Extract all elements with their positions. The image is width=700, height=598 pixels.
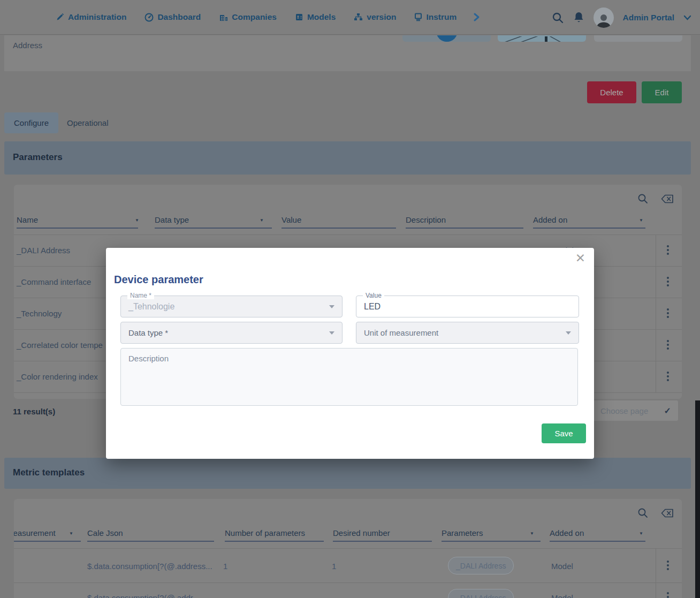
close-icon[interactable]: ✕ — [575, 252, 585, 264]
name-select-value: _Tehnologie — [128, 302, 174, 312]
building-icon — [219, 13, 228, 21]
device-image-thumbnail[interactable] — [594, 35, 682, 42]
column-header-added-on[interactable]: Added on — [533, 215, 567, 224]
column-header-label: Name — [17, 215, 38, 224]
column-header-name[interactable]: Name — [17, 215, 38, 224]
column-underline — [533, 228, 645, 229]
table-row-name: _Command interface — [17, 277, 91, 286]
table-cell-desired: 1 — [332, 562, 336, 571]
unit-of-measurement-select[interactable]: Unit of measurement — [356, 322, 579, 344]
column-divider — [656, 234, 656, 392]
nav-item-models[interactable]: Models — [295, 12, 336, 22]
column-header-unit-of-measurement[interactable]: measurement — [14, 528, 56, 538]
column-header-description[interactable]: Description — [406, 215, 446, 224]
table-row-name: _Correlated color tempe — [17, 340, 103, 350]
nav-item-dashboard[interactable]: Dashboard — [144, 12, 201, 22]
description-textarea[interactable]: Description — [120, 348, 578, 406]
kebab-menu-icon[interactable] — [667, 281, 669, 283]
chevron-right-icon[interactable] — [473, 12, 480, 22]
tab-configure[interactable]: Configure — [4, 112, 58, 133]
result-count: 11 result(s) — [13, 407, 55, 416]
kebab-menu-icon[interactable] — [667, 596, 669, 598]
row-divider — [14, 234, 682, 235]
column-header-label: measurement — [14, 528, 56, 538]
nav-item-administration[interactable]: Administration — [56, 12, 126, 22]
column-header-number-of-parameters[interactable]: Number of parameters — [225, 528, 305, 538]
kebab-menu-icon[interactable] — [667, 564, 669, 566]
table-row-name: _DALI Address — [17, 246, 70, 255]
column-underline — [225, 541, 324, 542]
caret-down-icon[interactable]: ▼ — [69, 531, 73, 536]
caret-down-icon[interactable]: ▼ — [639, 218, 643, 223]
nav-item-version[interactable]: version — [354, 12, 396, 22]
column-header-label: Desired number — [333, 528, 390, 538]
nav-label: Administration — [68, 12, 126, 22]
column-header-parameters[interactable]: Parameters — [442, 528, 483, 538]
metrics-table-card: measurement ▼ Cale Json Number of parame… — [14, 499, 682, 598]
kebab-menu-icon[interactable] — [667, 344, 669, 346]
column-underline — [14, 541, 81, 542]
search-icon[interactable] — [551, 11, 564, 24]
column-header-desired-number[interactable]: Desired number — [333, 528, 390, 538]
column-underline — [333, 541, 432, 542]
sitemap-icon — [354, 13, 363, 21]
bell-icon[interactable] — [573, 11, 584, 24]
data-type-select[interactable]: Data type * — [120, 322, 343, 344]
table-row-name: _Technology — [17, 309, 62, 318]
kebab-menu-icon[interactable] — [667, 312, 669, 314]
caret-down-icon[interactable]: ▼ — [135, 218, 139, 223]
kebab-menu-icon[interactable] — [667, 375, 669, 377]
metrics-section-header[interactable]: Metric templates — [4, 458, 691, 489]
caret-down-icon[interactable]: ▼ — [260, 218, 264, 223]
chevron-down-icon[interactable] — [683, 15, 691, 20]
scrollbar[interactable] — [695, 400, 700, 598]
parameter-chip-label: _DALI Address — [456, 594, 506, 598]
choose-page-select[interactable]: Choose page ✓ — [592, 400, 678, 421]
checkmark-icon: ✓ — [664, 406, 671, 416]
avatar[interactable] — [594, 7, 614, 28]
chevron-down-icon — [329, 305, 334, 308]
edit-button-label: Edit — [655, 88, 669, 97]
device-image-thumbnail[interactable] — [402, 35, 491, 42]
nav-item-companies[interactable]: Companies — [219, 12, 277, 22]
delete-button[interactable]: Delete — [587, 81, 636, 103]
caret-down-icon[interactable]: ▼ — [530, 531, 534, 536]
parameters-section-title: Parameters — [13, 152, 63, 163]
kebab-menu-icon[interactable] — [667, 249, 669, 251]
search-icon[interactable] — [637, 507, 649, 519]
value-input[interactable]: LED — [356, 296, 579, 317]
clear-filter-icon[interactable] — [661, 194, 674, 203]
parameter-chip[interactable]: _DALI Address — [448, 589, 514, 598]
row-divider — [14, 582, 682, 583]
tab-operational[interactable]: Operational — [67, 112, 109, 133]
column-header-label: Cale Json — [87, 528, 123, 538]
parameters-section-header[interactable]: Parameters — [4, 141, 691, 175]
search-icon[interactable] — [637, 193, 649, 205]
save-button[interactable]: Save — [542, 423, 586, 443]
column-header-data-type[interactable]: Data type — [155, 215, 189, 224]
column-underline — [87, 541, 214, 542]
clear-filter-icon[interactable] — [661, 509, 674, 518]
device-parameter-dialog: ✕ Device parameter _Tehnologie Name * LE… — [106, 248, 594, 459]
edit-button[interactable]: Edit — [642, 81, 682, 103]
column-underline — [406, 228, 523, 229]
nav-label: Instrum — [426, 12, 456, 22]
parameter-chip[interactable]: _DALI Address — [448, 557, 514, 574]
nav-label: Companies — [232, 12, 277, 22]
caret-down-icon[interactable]: ▼ — [639, 531, 643, 536]
parameter-chip-label: _DALI Address — [456, 562, 506, 570]
sketch-lines — [498, 36, 586, 42]
column-header-added-on[interactable]: Added on — [550, 528, 584, 538]
top-navbar: Administration Dashboard Companies Model… — [0, 0, 700, 35]
table-cell-added-on: Model — [551, 562, 573, 571]
dashboard-icon — [144, 13, 154, 22]
column-underline — [442, 541, 541, 542]
data-type-placeholder: Data type * — [128, 328, 168, 337]
device-image-thumbnail[interactable] — [498, 35, 586, 42]
column-divider — [656, 548, 656, 598]
column-header-value[interactable]: Value — [281, 215, 301, 224]
profile-menu-label[interactable]: Admin Portal — [623, 13, 674, 22]
column-header-cale-json[interactable]: Cale Json — [87, 528, 123, 538]
nav-item-instruments[interactable]: Instrum — [414, 12, 456, 22]
column-header-label: Number of parameters — [225, 528, 305, 538]
